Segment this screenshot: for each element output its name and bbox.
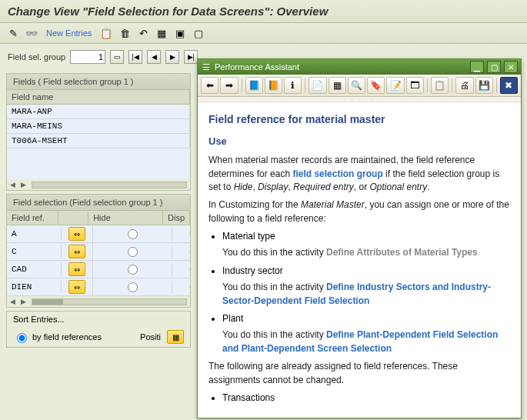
- pa-paragraph: The following are already assigned to fi…: [208, 360, 510, 387]
- col-hide: Hide: [88, 211, 163, 225]
- define-attributes-link[interactable]: Define Attributes of Material Types: [326, 247, 478, 258]
- table-row[interactable]: MARA-ANP: [7, 105, 190, 119]
- pa-title: Performance Assistant: [215, 62, 467, 72]
- pa-heading: Field reference for material master: [208, 112, 510, 127]
- next-icon[interactable]: ▶: [165, 50, 179, 64]
- find-icon[interactable]: 🔍: [348, 77, 365, 94]
- table-row[interactable]: A ⇔: [7, 225, 190, 243]
- toggle-icon[interactable]: ✎: [6, 26, 20, 40]
- pa-body: Field reference for material master Use …: [198, 102, 521, 418]
- performance-assistant-window: ☰ Performance Assistant ▁ ▢ ✕ ⬅ ➡ 📘 📙 ℹ …: [197, 58, 522, 418]
- pa-app-icon: ☰: [201, 62, 212, 72]
- book2-icon[interactable]: 📙: [265, 77, 282, 94]
- hscroll[interactable]: ◀ ▶: [7, 296, 190, 307]
- select-all-icon[interactable]: ▦: [155, 26, 168, 40]
- scroll-left-icon[interactable]: ◀: [10, 181, 18, 188]
- table-row[interactable]: CAD ⇔: [7, 261, 190, 278]
- hide-radio[interactable]: [128, 282, 138, 292]
- book-icon[interactable]: 📘: [245, 77, 263, 94]
- list-item: Transactions: [222, 392, 510, 405]
- back-icon[interactable]: ⬅: [201, 77, 218, 94]
- info-icon[interactable]: ℹ: [284, 77, 302, 94]
- sort-panel: Sort Entries... by field references Posi…: [6, 311, 191, 348]
- fields-panel: Fields ( Field selection group 1 ) Field…: [6, 73, 191, 191]
- pa-paragraph: When material master records are maintai…: [208, 154, 510, 194]
- detail-icon[interactable]: ⇔: [68, 262, 85, 276]
- hide-radio[interactable]: [128, 247, 138, 257]
- prev-icon[interactable]: ◀: [147, 50, 161, 64]
- fields-panel-header: Fields ( Field selection group 1 ): [7, 74, 190, 90]
- note-icon[interactable]: 📝: [386, 77, 404, 94]
- hide-radio[interactable]: [128, 229, 138, 239]
- list-item: Plant You do this in the activity Define…: [222, 312, 510, 355]
- grid-icon[interactable]: ▦: [329, 77, 346, 94]
- minimize-icon[interactable]: ▁: [470, 61, 484, 73]
- pa-list: Material type You do this in the activit…: [222, 230, 510, 355]
- hscroll[interactable]: ◀ ▶: [7, 179, 190, 190]
- pa-titlebar[interactable]: ☰ Performance Assistant ▁ ▢ ✕: [198, 59, 521, 75]
- pa-paragraph: In Customizing for the Material Master, …: [208, 198, 510, 225]
- sort-ref-radio[interactable]: [17, 333, 27, 343]
- stop-icon[interactable]: ✖: [500, 77, 518, 94]
- undo-icon[interactable]: ↶: [136, 26, 150, 40]
- first-icon[interactable]: |◀: [128, 50, 142, 64]
- glasses-icon[interactable]: 👓: [25, 26, 38, 40]
- table-row[interactable]: MARA-MEINS: [7, 119, 190, 134]
- print-icon[interactable]: 🖨: [455, 77, 473, 94]
- col-field-name: Field name: [7, 90, 190, 104]
- col-disp: Disp: [163, 211, 190, 225]
- field-sel-group-input[interactable]: [70, 50, 105, 64]
- scrollbar-track[interactable]: [32, 182, 187, 188]
- field-selection-panel: Field selection (Field selection group 1…: [6, 194, 191, 308]
- field-selection-group-link[interactable]: field selection group: [292, 168, 382, 179]
- sort-by-ref[interactable]: by field references: [13, 331, 102, 343]
- field-sel-group-label: Field sel. group: [8, 52, 65, 62]
- table-row[interactable]: C ⇔: [7, 243, 190, 261]
- pa-use-heading: Use: [208, 135, 510, 149]
- new-entries-button[interactable]: New Entries: [46, 28, 92, 38]
- pa-toolbar: ⬅ ➡ 📘 📙 ℹ 📄 ▦ 🔍 🔖 📝 🗔 📋 🖨 💾 ✖: [198, 75, 521, 97]
- position-label: Positi: [140, 332, 161, 342]
- scroll-right-icon[interactable]: ▶: [21, 181, 28, 188]
- close-icon[interactable]: ✕: [504, 61, 518, 73]
- select-block-icon[interactable]: ▣: [173, 26, 187, 40]
- title-bar: Change View "Field Selection for Data Sc…: [0, 0, 527, 23]
- detail-icon[interactable]: ⇔: [68, 245, 85, 258]
- main-toolbar: ✎ 👓 New Entries 📋 🗑 ↶ ▦ ▣ ▢: [0, 23, 527, 44]
- scroll-right-icon[interactable]: ▶: [21, 298, 28, 305]
- fsel-panel-header: Field selection (Field selection group 1…: [7, 195, 190, 211]
- table-row[interactable]: T006A-MSEHT: [7, 134, 190, 148]
- position-icon[interactable]: ▦: [167, 330, 184, 344]
- scroll-left-icon[interactable]: ◀: [10, 298, 18, 305]
- scrollbar-track[interactable]: [32, 298, 187, 305]
- detail-icon[interactable]: ⇔: [68, 280, 85, 294]
- page-title: Change View "Field Selection for Data Sc…: [8, 5, 519, 18]
- deselect-icon[interactable]: ▢: [192, 26, 205, 40]
- copy-icon[interactable]: 📋: [99, 26, 113, 40]
- window-icon[interactable]: 🗔: [406, 77, 424, 94]
- sort-label: Sort Entries...: [13, 315, 184, 324]
- col-field-ref: Field ref.: [7, 211, 58, 225]
- doc-icon[interactable]: 📄: [309, 77, 326, 94]
- hide-radio[interactable]: [128, 265, 138, 275]
- save-icon[interactable]: 💾: [475, 77, 493, 94]
- pa-list: Transactions: [222, 392, 510, 405]
- copy2-icon[interactable]: 📋: [431, 77, 449, 94]
- forward-icon[interactable]: ➡: [220, 77, 238, 94]
- value-help-icon[interactable]: ▭: [110, 50, 124, 64]
- last-icon[interactable]: ▶|: [184, 50, 198, 64]
- table-row[interactable]: DIEN ⇔: [7, 278, 190, 296]
- delete-icon[interactable]: 🗑: [118, 26, 132, 40]
- maximize-icon[interactable]: ▢: [487, 61, 501, 73]
- bookmark-icon[interactable]: 🔖: [367, 77, 385, 94]
- list-item: Industry sector You do this in the activ…: [222, 265, 510, 308]
- list-item: Material type You do this in the activit…: [222, 230, 510, 260]
- detail-icon[interactable]: ⇔: [68, 227, 85, 241]
- pa-grip[interactable]: · · · · ·: [198, 97, 521, 102]
